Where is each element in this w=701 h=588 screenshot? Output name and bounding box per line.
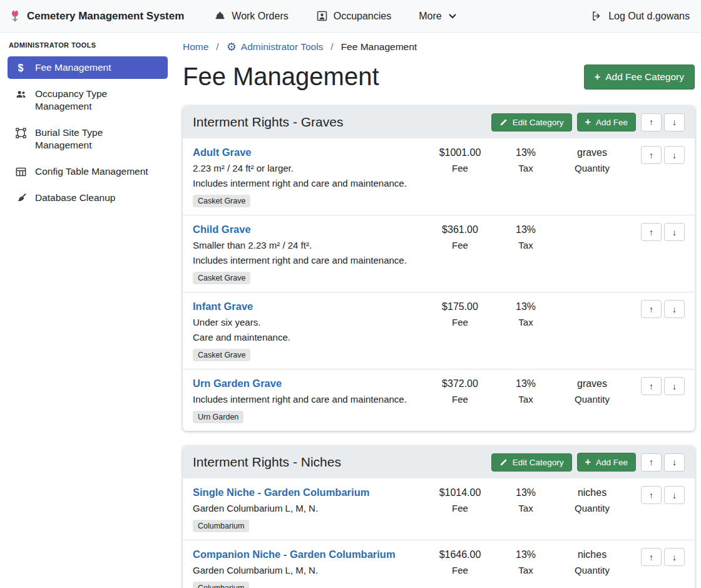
fee-name-link[interactable]: Adult Grave <box>193 145 418 159</box>
fee-quantity: niches <box>557 486 627 500</box>
sidebar-item-burial-site-type-management[interactable]: Burial Site Type Management <box>8 121 168 157</box>
breadcrumb-separator: / <box>216 41 218 53</box>
fee-tax: 13% <box>494 377 557 391</box>
fee-tax: 13% <box>494 300 557 314</box>
edit-category-label: Edit Category <box>513 118 564 127</box>
nav-work-orders[interactable]: Work Orders <box>214 10 288 22</box>
sidebar-item-database-cleanup[interactable]: Database Cleanup <box>8 187 168 209</box>
fee-tax-column: 13% Tax <box>494 376 557 406</box>
move-fee-up-button[interactable]: ↑ <box>641 548 662 566</box>
add-fee-label: Add Fee <box>596 118 628 127</box>
fee-quantity-label: Quantity <box>557 502 627 515</box>
fee-tax-column: 13% Tax <box>494 145 557 175</box>
fee-name-link[interactable]: Child Grave <box>193 222 418 236</box>
fee-amount: $361.00 <box>426 223 494 237</box>
move-category-down-button[interactable]: ↓ <box>664 113 685 132</box>
move-fee-up-button[interactable]: ↑ <box>641 223 662 241</box>
fee-name-link[interactable]: Single Niche - Garden Columbarium <box>193 485 418 499</box>
tulip-logo-icon <box>9 9 21 23</box>
fee-name-link[interactable]: Infant Grave <box>193 299 418 313</box>
arrow-down-icon: ↓ <box>672 117 677 127</box>
fee-tax-label: Tax <box>494 162 557 175</box>
fee-type-badge: Casket Grave <box>193 272 250 284</box>
arrow-down-icon: ↓ <box>672 227 677 237</box>
fee-description: Includes interment right and care and ma… <box>193 177 418 190</box>
move-category-down-button[interactable]: ↓ <box>664 453 685 472</box>
sidebar-item-label: Database Cleanup <box>35 192 115 204</box>
fee-tax-label: Tax <box>494 502 557 515</box>
arrow-up-icon: ↑ <box>649 150 653 160</box>
fee-quantity-column <box>557 222 627 225</box>
fee-quantity-column: niches Quantity <box>557 547 627 577</box>
add-fee-button[interactable]: + Add Fee <box>577 113 636 132</box>
move-fee-down-button[interactable]: ↓ <box>664 300 685 318</box>
arrow-up-icon: ↑ <box>649 381 653 391</box>
fee-name-link[interactable]: Urn Garden Grave <box>193 376 418 390</box>
fee-type-badge: Urn Garden <box>193 411 243 423</box>
arrow-up-icon: ↑ <box>649 552 653 562</box>
sidebar-item-fee-management[interactable]: $ Fee Management <box>8 56 168 79</box>
fee-description: Includes interment right and care and ma… <box>193 393 418 406</box>
sidebar-item-label: Config Table Management <box>35 165 148 178</box>
move-fee-down-button[interactable]: ↓ <box>664 223 685 241</box>
sidebar-item-occupancy-type-management[interactable]: Occupancy Type Management <box>8 83 168 118</box>
logout-link[interactable]: Log Out d.gowans <box>591 10 690 22</box>
hard-hat-icon <box>214 10 226 22</box>
sidebar: ADMINISTRATOR TOOLS $ Fee Management Occ… <box>0 33 175 588</box>
fee-name-link[interactable]: Companion Niche - Garden Columbarium <box>193 547 418 561</box>
move-fee-up-button[interactable]: ↑ <box>641 146 662 164</box>
move-fee-down-button[interactable]: ↓ <box>664 548 685 566</box>
dollar-icon: $ <box>14 62 28 74</box>
fee-amount: $372.00 <box>426 377 494 391</box>
category-header: Interment Rights - Niches Edit Category … <box>183 446 695 478</box>
fee-row: Single Niche - Garden Columbarium Garden… <box>183 478 695 540</box>
move-fee-up-button[interactable]: ↑ <box>641 486 662 504</box>
fee-amount: $1014.00 <box>426 486 494 500</box>
fee-quantity: graves <box>557 146 627 160</box>
fee-amount-column: $1014.00 Fee <box>426 485 494 515</box>
move-fee-up-button[interactable]: ↑ <box>641 300 662 318</box>
fee-amount-column: $361.00 Fee <box>426 222 494 252</box>
move-category-up-button[interactable]: ↑ <box>641 113 662 132</box>
edit-category-label: Edit Category <box>513 458 564 467</box>
breadcrumb: Home / ⚙ Administrator Tools / Fee Manag… <box>183 41 695 53</box>
page-title: Fee Management <box>183 63 379 91</box>
arrow-up-icon: ↑ <box>649 304 653 314</box>
edit-category-button[interactable]: Edit Category <box>491 113 572 132</box>
nav-work-orders-label: Work Orders <box>232 11 288 22</box>
breadcrumb-home-link[interactable]: Home <box>183 41 208 53</box>
move-fee-down-button[interactable]: ↓ <box>664 377 685 395</box>
logout-icon <box>591 10 603 22</box>
move-fee-up-button[interactable]: ↑ <box>641 377 662 395</box>
move-fee-down-button[interactable]: ↓ <box>664 486 685 504</box>
nav-occupancies[interactable]: Occupancies <box>316 10 392 22</box>
fee-amount-label: Fee <box>426 502 494 515</box>
fee-quantity-label: Quantity <box>557 393 627 406</box>
fee-tax-label: Tax <box>494 316 557 329</box>
category-title: Interment Rights - Graves <box>193 115 491 130</box>
sidebar-heading: ADMINISTRATOR TOOLS <box>8 41 168 49</box>
app-brand[interactable]: Cemetery Management System <box>9 9 184 23</box>
move-category-up-button[interactable]: ↑ <box>641 453 662 472</box>
fee-amount-label: Fee <box>426 393 494 406</box>
fee-tax-label: Tax <box>494 393 557 406</box>
fee-quantity-label: Quantity <box>557 564 627 577</box>
fee-tax-label: Tax <box>494 239 557 252</box>
add-fee-button[interactable]: + Add Fee <box>577 453 636 472</box>
sidebar-item-config-table-management[interactable]: Config Table Management <box>8 160 168 183</box>
users-icon <box>14 88 28 100</box>
fee-quantity-label: Quantity <box>557 162 627 175</box>
nav-more[interactable]: More <box>419 11 456 22</box>
edit-category-button[interactable]: Edit Category <box>491 453 572 472</box>
arrow-down-icon: ↓ <box>672 381 677 391</box>
move-fee-down-button[interactable]: ↓ <box>664 146 685 164</box>
occupancies-icon <box>316 10 328 22</box>
nav-more-label: More <box>419 11 441 22</box>
fee-type-badge: Columbarium <box>193 520 249 532</box>
arrow-down-icon: ↓ <box>672 490 677 500</box>
sidebar-item-label: Burial Site Type Management <box>35 126 161 152</box>
logout-label: Log Out d.gowans <box>608 11 690 22</box>
breadcrumb-admin-tools-link[interactable]: ⚙ Administrator Tools <box>227 41 324 53</box>
chevron-down-icon <box>449 14 456 19</box>
add-fee-category-button[interactable]: + Add Fee Category <box>584 64 695 90</box>
